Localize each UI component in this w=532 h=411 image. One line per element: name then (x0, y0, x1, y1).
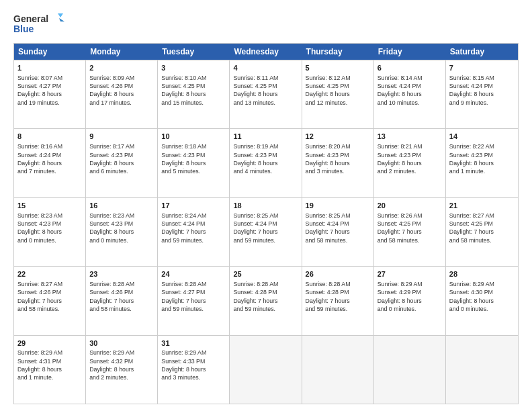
calendar: SundayMondayTuesdayWednesdayThursdayFrid… (13, 43, 519, 404)
cal-cell-7: 7Sunrise: 8:15 AMSunset: 4:24 PMDaylight… (446, 60, 518, 128)
cell-text: and 58 minutes. (17, 305, 82, 313)
cell-text: and 0 minutes. (89, 236, 154, 244)
day-header-sunday: Sunday (14, 44, 86, 60)
cell-text: Sunset: 4:23 PM (89, 151, 154, 159)
cell-text: and 9 minutes. (449, 99, 515, 107)
cell-text: Daylight: 8 hours (449, 159, 515, 167)
logo-svg: General Blue (13, 12, 67, 36)
cell-text: Sunset: 4:23 PM (89, 220, 154, 228)
cell-text: Sunset: 4:25 PM (378, 220, 442, 228)
cell-text: Sunrise: 8:16 AM (17, 142, 82, 150)
cell-text: Sunrise: 8:17 AM (89, 142, 154, 150)
cell-text: Daylight: 7 hours (306, 297, 370, 305)
day-header-wednesday: Wednesday (230, 44, 302, 60)
day-number: 11 (233, 132, 298, 142)
cell-text: Daylight: 8 hours (17, 90, 82, 98)
header: General Blue (13, 12, 519, 36)
cal-cell-9: 9Sunrise: 8:17 AMSunset: 4:23 PMDaylight… (86, 129, 158, 197)
cal-cell-20: 20Sunrise: 8:26 AMSunset: 4:25 PMDayligh… (374, 198, 446, 266)
day-number: 16 (89, 201, 154, 211)
cell-text: Daylight: 8 hours (449, 297, 515, 305)
day-number: 8 (17, 132, 82, 142)
cell-text: Sunrise: 8:09 AM (89, 74, 154, 82)
cell-text: Sunset: 4:25 PM (161, 82, 226, 90)
day-number: 19 (306, 201, 370, 211)
cell-text: Daylight: 8 hours (378, 90, 442, 98)
cal-cell-12: 12Sunrise: 8:20 AMSunset: 4:23 PMDayligh… (302, 129, 374, 197)
day-number: 7 (449, 63, 515, 73)
day-number: 17 (161, 201, 226, 211)
cell-text: and 4 minutes. (233, 167, 298, 175)
cell-text: Sunset: 4:24 PM (17, 151, 82, 159)
day-number: 23 (89, 269, 154, 279)
cell-text: Sunrise: 8:29 AM (449, 280, 515, 288)
cell-text: Sunrise: 8:23 AM (17, 212, 82, 220)
day-number: 14 (449, 132, 515, 142)
day-number: 18 (233, 201, 298, 211)
cell-text: Daylight: 8 hours (306, 159, 370, 167)
svg-marker-2 (58, 13, 63, 17)
cell-text: Sunset: 4:23 PM (17, 220, 82, 228)
day-number: 6 (378, 63, 442, 73)
cell-text: Sunset: 4:24 PM (306, 220, 370, 228)
day-number: 10 (161, 132, 226, 142)
cell-text: Sunrise: 8:11 AM (233, 74, 298, 82)
svg-marker-3 (59, 18, 64, 21)
cell-text: Sunset: 4:23 PM (161, 151, 226, 159)
cal-cell-4: 4Sunrise: 8:11 AMSunset: 4:25 PMDaylight… (230, 60, 302, 128)
cal-cell-empty (446, 336, 518, 404)
cell-text: Daylight: 7 hours (233, 228, 298, 236)
cal-cell-28: 28Sunrise: 8:29 AMSunset: 4:30 PMDayligh… (446, 267, 518, 334)
cell-text: Daylight: 8 hours (233, 90, 298, 98)
day-number: 20 (378, 201, 442, 211)
cell-text: Sunrise: 8:29 AM (161, 349, 226, 357)
cell-text: and 3 minutes. (306, 167, 370, 175)
cell-text: Sunset: 4:24 PM (449, 82, 515, 90)
cell-text: and 2 minutes. (378, 167, 442, 175)
cal-cell-23: 23Sunrise: 8:28 AMSunset: 4:26 PMDayligh… (86, 267, 158, 334)
cell-text: and 6 minutes. (89, 167, 154, 175)
cell-text: Sunrise: 8:21 AM (378, 142, 442, 150)
cell-text: Sunrise: 8:28 AM (233, 280, 298, 288)
cell-text: and 59 minutes. (161, 236, 226, 244)
cal-row-2: 8Sunrise: 8:16 AMSunset: 4:24 PMDaylight… (14, 128, 518, 197)
cell-text: and 58 minutes. (378, 236, 442, 244)
cell-text: Daylight: 8 hours (89, 365, 154, 373)
cell-text: and 7 minutes. (17, 167, 82, 175)
day-header-monday: Monday (86, 44, 158, 60)
cell-text: and 17 minutes. (89, 99, 154, 107)
cell-text: Daylight: 8 hours (449, 90, 515, 98)
calendar-body: 1Sunrise: 8:07 AMSunset: 4:27 PMDaylight… (14, 60, 518, 404)
cell-text: Daylight: 7 hours (17, 297, 82, 305)
cal-cell-19: 19Sunrise: 8:25 AMSunset: 4:24 PMDayligh… (302, 198, 374, 266)
day-header-saturday: Saturday (446, 44, 518, 60)
cell-text: Sunset: 4:30 PM (449, 288, 515, 296)
cal-cell-31: 31Sunrise: 8:29 AMSunset: 4:33 PMDayligh… (158, 336, 230, 404)
cell-text: Daylight: 8 hours (161, 90, 226, 98)
day-number: 24 (161, 269, 226, 279)
cal-cell-29: 29Sunrise: 8:29 AMSunset: 4:31 PMDayligh… (14, 336, 86, 404)
cell-text: and 1 minute. (17, 373, 82, 381)
day-header-thursday: Thursday (302, 44, 374, 60)
cell-text: Sunrise: 8:28 AM (161, 280, 226, 288)
cal-cell-8: 8Sunrise: 8:16 AMSunset: 4:24 PMDaylight… (14, 129, 86, 197)
day-number: 4 (233, 63, 298, 73)
day-number: 22 (17, 269, 82, 279)
cell-text: Daylight: 8 hours (378, 297, 442, 305)
cell-text: Sunset: 4:26 PM (89, 288, 154, 296)
cell-text: Sunrise: 8:28 AM (89, 280, 154, 288)
cell-text: Daylight: 8 hours (89, 90, 154, 98)
cell-text: Daylight: 8 hours (17, 365, 82, 373)
cell-text: and 3 minutes. (161, 373, 226, 381)
cell-text: Daylight: 8 hours (89, 228, 154, 236)
cell-text: Daylight: 8 hours (378, 159, 442, 167)
cell-text: Sunset: 4:32 PM (89, 357, 154, 365)
cell-text: Daylight: 8 hours (17, 228, 82, 236)
cell-text: Sunrise: 8:23 AM (89, 212, 154, 220)
cell-text: and 0 minutes. (449, 305, 515, 313)
logo: General Blue (13, 12, 67, 36)
cell-text: and 19 minutes. (17, 99, 82, 107)
cell-text: Daylight: 8 hours (161, 159, 226, 167)
cell-text: and 58 minutes. (306, 236, 370, 244)
cell-text: Daylight: 7 hours (161, 228, 226, 236)
